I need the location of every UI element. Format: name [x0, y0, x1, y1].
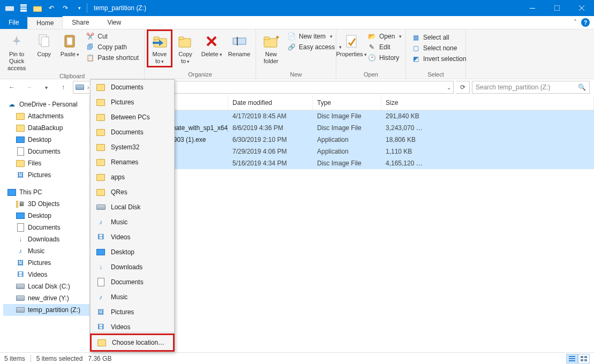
new-item-button[interactable]: 📄New item▾ [285, 32, 344, 41]
recent-locations-button[interactable]: ▾ [39, 81, 54, 94]
select-none-button[interactable]: ▢Select none [409, 43, 469, 53]
easy-access-button[interactable]: 🔗Easy access▾ [285, 42, 344, 52]
dropdown-item[interactable]: Renames [91, 155, 174, 170]
help-icon[interactable]: ? [581, 18, 590, 27]
tree-item[interactable]: new_drive (Y:) [3, 292, 89, 304]
new-folder-icon[interactable] [32, 3, 43, 13]
tree-item[interactable]: Documents [3, 146, 89, 157]
search-icon: 🔍 [578, 84, 586, 91]
invert-selection-button[interactable]: ◩Invert selection [409, 54, 469, 64]
svg-rect-0 [5, 6, 14, 11]
dropdown-item[interactable]: 🎞Videos [91, 320, 174, 331]
forward-button[interactable]: → [21, 81, 36, 94]
move-to-button[interactable]: Move to [148, 31, 171, 66]
dropdown-item[interactable]: Pictures [91, 95, 174, 110]
move-to-icon [151, 33, 168, 50]
up-button[interactable]: ↑ [56, 81, 71, 94]
copy-to-button[interactable]: Copy to [174, 31, 197, 66]
tab-home[interactable]: Home [27, 16, 63, 29]
ribbon-group-open: Properties 📂Open▾ ✎Edit 🕑History Open [336, 29, 406, 79]
cut-button[interactable]: ✂️Cut [84, 32, 141, 41]
tab-share[interactable]: Share [63, 16, 98, 29]
tree-onedrive[interactable]: ☁OneDrive - Personal [3, 98, 89, 110]
tree-item-icon [16, 294, 25, 302]
dropdown-item[interactable]: ♪Music [91, 215, 174, 230]
select-all-button[interactable]: ▦Select all [409, 33, 469, 42]
column-date[interactable]: Date modified [228, 95, 313, 110]
column-size[interactable]: Size [381, 95, 594, 110]
navigation-tree[interactable]: ☁OneDrive - Personal AttachmentsDataBack… [0, 95, 90, 352]
properties-icon[interactable] [18, 3, 29, 13]
file-date: 7/29/2019 4:06 PM [228, 148, 313, 155]
tree-item[interactable]: Desktop [3, 134, 89, 146]
file-date: 5/16/2019 4:34 PM [228, 160, 313, 167]
dropdown-item[interactable]: Documents [91, 275, 174, 290]
copy-icon [35, 33, 52, 50]
dropdown-item[interactable]: System32 [91, 140, 174, 155]
qat-dropdown-icon[interactable]: ▾ [74, 3, 85, 13]
ribbon-group-new: ✦ New folder 📄New item▾ 🔗Easy access▾ Ne… [256, 29, 336, 79]
dropdown-item[interactable]: Between PCs [91, 110, 174, 125]
delete-button[interactable]: Delete [199, 31, 224, 59]
tree-item-label: Desktop [28, 136, 51, 143]
svg-rect-5 [33, 6, 42, 12]
dropdown-item[interactable]: Local Disk [91, 200, 174, 215]
paste-shortcut-button[interactable]: 📋Paste shortcut [84, 53, 141, 63]
tree-item[interactable]: Desktop [3, 210, 89, 222]
tree-item[interactable]: Documents [3, 222, 89, 233]
dropdown-item-label: Between PCs [111, 113, 150, 121]
tree-item[interactable]: temp_partition (Z:) [3, 304, 89, 316]
dropdown-item[interactable]: 🖼Pictures [91, 305, 174, 320]
dropdown-item[interactable]: 🎞Videos [91, 230, 174, 245]
redo-icon[interactable]: ↷ [60, 3, 71, 13]
tab-view[interactable]: View [98, 16, 130, 29]
address-dropdown-icon[interactable]: ⌄ [447, 85, 451, 90]
dropdown-item[interactable]: ♪Music [91, 290, 174, 305]
dropdown-item[interactable]: ↓Downloads [91, 260, 174, 275]
tree-item[interactable]: Attachments [3, 110, 89, 122]
tree-item[interactable]: DataBackup [3, 122, 89, 134]
rename-button[interactable]: Rename [226, 31, 252, 59]
dropdown-item[interactable]: Documents [91, 125, 174, 140]
copy-path-button[interactable]: 🗐Copy path [84, 42, 141, 52]
status-item-count: 5 items [4, 355, 25, 362]
dropdown-item[interactable]: Documents [91, 80, 174, 95]
open-button[interactable]: 📂Open▾ [365, 32, 404, 41]
new-folder-button[interactable]: ✦ New folder [259, 31, 283, 66]
file-type: Disc Image File [313, 124, 381, 132]
paste-button[interactable]: Paste [58, 31, 81, 59]
tree-this-pc[interactable]: This PC [3, 186, 89, 198]
edit-button[interactable]: ✎Edit [365, 42, 404, 52]
properties-button[interactable]: Properties [340, 31, 363, 59]
icons-view-button[interactable] [578, 354, 590, 363]
undo-icon[interactable]: ↶ [46, 3, 57, 13]
column-type[interactable]: Type [313, 95, 381, 110]
dropdown-item-icon [96, 128, 106, 136]
maximize-button[interactable] [545, 0, 569, 16]
tree-item[interactable]: 🖼Pictures [3, 257, 89, 269]
tree-item[interactable]: Files [3, 157, 89, 169]
close-button[interactable] [569, 0, 594, 16]
tree-item[interactable]: 🎞Videos [3, 269, 89, 280]
move-to-label: Move to [153, 51, 167, 65]
dropdown-item[interactable]: QRes [91, 185, 174, 200]
dropdown-item[interactable]: Desktop [91, 245, 174, 260]
tree-item[interactable]: 🖥3D Objects [3, 198, 89, 210]
dropdown-item[interactable]: apps [91, 170, 174, 185]
tab-file[interactable]: File [0, 16, 27, 29]
minimize-button[interactable] [520, 0, 545, 16]
tree-item[interactable]: Local Disk (C:) [3, 280, 89, 292]
history-button[interactable]: 🕑History [365, 53, 404, 63]
pin-to-quick-access-button[interactable]: Pin to Quick access [3, 31, 30, 73]
refresh-button[interactable]: ⟳ [456, 81, 470, 94]
choose-location-item[interactable]: Choose location… [92, 335, 173, 350]
search-box[interactable]: Search temp_partition (Z:) 🔍 [472, 81, 590, 94]
collapse-ribbon-icon[interactable]: ˄ [574, 19, 577, 26]
tree-item[interactable]: ♪Music [3, 245, 89, 257]
details-view-button[interactable] [566, 354, 578, 363]
svg-rect-29 [581, 356, 583, 358]
tree-item[interactable]: 🖼Pictures [3, 169, 89, 181]
copy-button[interactable]: Copy [32, 31, 56, 59]
tree-item[interactable]: ↓Downloads [3, 233, 89, 245]
back-button[interactable]: ← [4, 81, 19, 94]
